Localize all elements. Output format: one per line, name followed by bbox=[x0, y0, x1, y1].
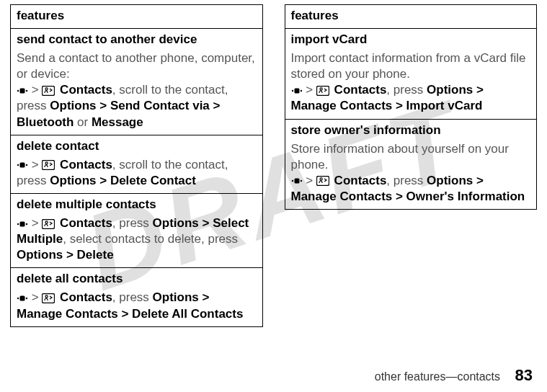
svg-rect-15 bbox=[43, 293, 55, 303]
contacts-label: Contacts bbox=[60, 83, 112, 97]
svg-rect-14 bbox=[20, 295, 25, 300]
feature-path: > Contacts, press Options > Manage Conta… bbox=[17, 290, 243, 320]
feature-cell: delete contact > Contacts, scroll to the… bbox=[11, 135, 263, 193]
svg-rect-3 bbox=[43, 86, 55, 95]
path-mid: , press bbox=[386, 174, 427, 187]
svg-point-17 bbox=[300, 90, 301, 92]
path-seq: Options > Delete Contact bbox=[50, 174, 196, 187]
svg-rect-6 bbox=[20, 163, 25, 168]
path-tail-bold: Options > Delete bbox=[17, 248, 114, 262]
feature-title: send contact to another device bbox=[17, 32, 257, 48]
contacts-icon bbox=[316, 86, 329, 96]
svg-rect-19 bbox=[316, 86, 329, 95]
feature-path: > Contacts, scroll to the contact, press… bbox=[17, 158, 228, 187]
center-key-icon bbox=[17, 86, 28, 96]
feature-title: delete all contacts bbox=[17, 271, 257, 287]
svg-point-13 bbox=[26, 298, 27, 299]
contacts-icon bbox=[42, 86, 55, 96]
contacts-icon bbox=[316, 176, 329, 186]
table-header: features bbox=[285, 5, 537, 29]
feature-title: delete contact bbox=[17, 138, 257, 154]
svg-point-5 bbox=[26, 164, 27, 166]
feature-title: import vCard bbox=[291, 32, 531, 48]
contacts-icon bbox=[42, 219, 55, 229]
right-column: features import vCard Import contact inf… bbox=[285, 4, 538, 327]
left-column: features send contact to another device … bbox=[10, 4, 263, 327]
center-key-icon bbox=[291, 176, 303, 186]
center-key-icon bbox=[17, 219, 28, 229]
svg-point-4 bbox=[17, 164, 19, 166]
page-footer: other features—contacts 83 bbox=[375, 366, 533, 385]
page-number: 83 bbox=[515, 366, 533, 384]
table-header: features bbox=[11, 5, 263, 29]
feature-cell: delete multiple contacts > Contacts, pre… bbox=[11, 193, 263, 267]
feature-path: > Contacts, scroll to the contact, press… bbox=[17, 83, 228, 128]
feature-desc: Send a contact to another phone, compute… bbox=[17, 51, 255, 81]
svg-point-21 bbox=[300, 180, 301, 182]
feature-cell: import vCard Import contact information … bbox=[285, 29, 537, 119]
path-mid: , press bbox=[112, 216, 153, 230]
feature-cell: store owner's information Store informat… bbox=[285, 119, 537, 209]
svg-point-20 bbox=[291, 180, 293, 182]
svg-point-1 bbox=[26, 90, 27, 92]
svg-point-0 bbox=[17, 90, 19, 92]
contacts-label: Contacts bbox=[60, 158, 112, 172]
path-tail: , select contacts to delete, press bbox=[63, 232, 238, 246]
svg-rect-23 bbox=[316, 177, 329, 186]
feature-desc: Store information about yourself on your… bbox=[291, 142, 509, 172]
feature-path: > Contacts, press Options > Manage Conta… bbox=[291, 174, 525, 203]
feature-title: store owner's information bbox=[291, 122, 531, 138]
contacts-label: Contacts bbox=[334, 83, 387, 97]
svg-rect-22 bbox=[294, 179, 299, 184]
svg-point-12 bbox=[17, 298, 19, 299]
path-mid: , press bbox=[112, 290, 153, 304]
center-key-icon bbox=[17, 160, 28, 170]
svg-point-8 bbox=[17, 223, 19, 224]
path-tail-bold: Message bbox=[92, 115, 143, 129]
feature-path: > Contacts, press Options > Select Multi… bbox=[17, 216, 249, 262]
contacts-icon bbox=[42, 160, 55, 170]
feature-cell: delete all contacts > Contacts, press Op… bbox=[11, 268, 263, 326]
feature-desc: Import contact information from a vCard … bbox=[291, 51, 526, 81]
svg-rect-7 bbox=[43, 161, 55, 170]
center-key-icon bbox=[291, 86, 303, 96]
svg-rect-18 bbox=[294, 88, 299, 93]
center-key-icon bbox=[17, 293, 28, 303]
features-table-left: features send contact to another device … bbox=[10, 4, 263, 327]
contacts-label: Contacts bbox=[60, 216, 112, 230]
feature-cell: send contact to another device Send a co… bbox=[11, 29, 263, 135]
page-columns: features send contact to another device … bbox=[0, 0, 547, 327]
contacts-label: Contacts bbox=[334, 174, 387, 187]
contacts-label: Contacts bbox=[60, 290, 112, 304]
svg-rect-2 bbox=[20, 88, 25, 93]
svg-point-16 bbox=[291, 90, 293, 92]
svg-rect-10 bbox=[20, 221, 25, 226]
footer-section: other features—contacts bbox=[375, 370, 500, 383]
path-mid: , press bbox=[386, 83, 427, 97]
svg-point-9 bbox=[26, 223, 27, 224]
feature-path: > Contacts, press Options > Manage Conta… bbox=[291, 83, 484, 112]
feature-title: delete multiple contacts bbox=[17, 197, 257, 213]
contacts-icon bbox=[42, 293, 55, 303]
features-table-right: features import vCard Import contact inf… bbox=[285, 4, 538, 210]
svg-rect-11 bbox=[43, 219, 55, 228]
path-tail: or bbox=[74, 115, 92, 129]
